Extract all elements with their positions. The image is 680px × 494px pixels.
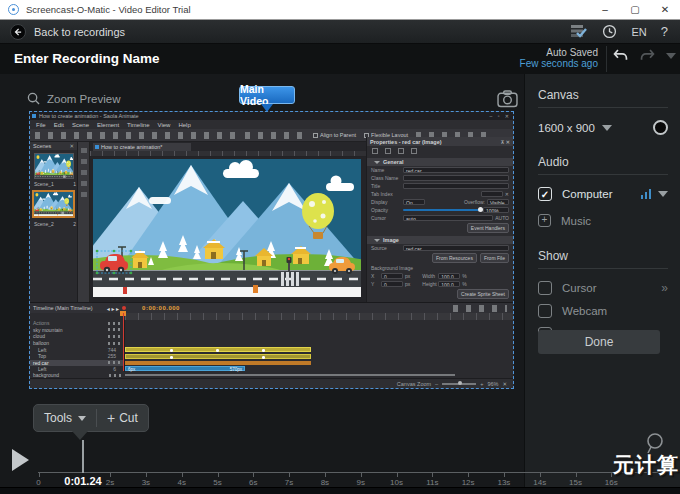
volume-bars-icon[interactable]: [641, 189, 652, 199]
recording-name-field[interactable]: Enter Recording Name: [14, 51, 160, 66]
header-separator: [606, 46, 607, 72]
create-sprite-sheet-button: Create Sprite Sheet: [457, 289, 509, 299]
prop-height-label: Height: [422, 281, 436, 287]
prop-x-label: X: [371, 273, 379, 279]
zoom-preview-label: Zoom Preview: [47, 93, 121, 105]
cut-button[interactable]: Cut: [119, 411, 138, 425]
ruler-tick-label: 14s: [533, 478, 546, 487]
cursor-expand-chevrons[interactable]: »: [661, 281, 668, 295]
keyframe-bar-balloon-left: [125, 347, 311, 352]
webcam-checkbox[interactable]: [538, 304, 552, 318]
prop-class-input: [403, 175, 509, 181]
scene-thumbnail-1: [34, 153, 74, 179]
properties-close-icon: ⊼ ✕: [501, 139, 510, 145]
zoom-preview-control[interactable]: Zoom Preview: [27, 92, 121, 105]
prop-overflow-select: Visible: [487, 199, 509, 205]
canvas-color-swatch[interactable]: [653, 120, 668, 135]
canvas-zoom-value: 96%: [487, 381, 498, 387]
canvas-size-caret-icon[interactable]: [602, 125, 612, 131]
canvas-zoom-slider: [442, 383, 476, 385]
event-handlers-button: Event Handlers: [467, 223, 509, 233]
ruler-tick: [253, 472, 254, 477]
ruler-tick: [289, 472, 290, 477]
tools-caret-icon[interactable]: [78, 416, 86, 421]
balloon-left-value: 744: [108, 347, 116, 353]
add-music-button[interactable]: +: [538, 214, 551, 227]
editor-timeline-panel: Timeline (Main Timeline) ◂ ▸ ▸ 0:00:00.0…: [30, 302, 513, 378]
prop-source-input: red car: [403, 245, 509, 251]
upload-check-icon[interactable]: [570, 24, 588, 39]
autosave-time: Few seconds ago: [520, 58, 598, 69]
tools-dropdown[interactable]: Tools: [44, 411, 72, 425]
computer-audio-caret-icon[interactable]: [658, 191, 668, 197]
document-tab: How to create animation*: [93, 143, 191, 151]
cursor-label[interactable]: Cursor: [562, 282, 597, 294]
cut-plus-icon[interactable]: +: [107, 410, 115, 426]
back-to-recordings-label[interactable]: Back to recordings: [34, 26, 125, 38]
prop-name-input: red car: [403, 167, 509, 173]
ruler-tick-label: 15s: [569, 478, 582, 487]
height-unit: %: [462, 281, 466, 287]
balloon-top-subtrack: Top: [38, 353, 46, 359]
prop-tabindex-label: Tab Index: [371, 191, 401, 197]
timeline-scrubber[interactable]: [38, 472, 676, 473]
keyframe-bar-red-car-left: 6px 570px: [125, 366, 245, 371]
ruler-tick-label: 11s: [426, 478, 438, 487]
prop-y-label: Y: [371, 281, 379, 287]
history-clock-icon[interactable]: [602, 24, 617, 39]
prop-overflow-label: Overflow:: [464, 199, 485, 205]
watermark: 元计算: [613, 451, 679, 479]
undo-menu-caret[interactable]: [666, 53, 676, 59]
background-image-label: Background Image: [371, 265, 431, 271]
current-time-label: 0:01.24: [61, 475, 104, 487]
redo-button[interactable]: [639, 48, 656, 64]
language-selector[interactable]: EN: [631, 26, 646, 38]
back-button[interactable]: [10, 24, 26, 40]
tools-bubble: Tools + Cut: [33, 404, 149, 432]
prop-display-label: Display: [371, 199, 401, 205]
ruler-tick: [325, 472, 326, 477]
ruler-tick-label: 3s: [142, 478, 150, 487]
prop-cursor-input: auto: [403, 215, 493, 221]
playhead[interactable]: [82, 440, 84, 473]
play-button[interactable]: [12, 449, 29, 471]
main-video-preview[interactable]: How to create animation - Saola Animate …: [29, 111, 514, 389]
ruler-tick: [39, 472, 40, 477]
maximize-button[interactable]: ▢: [620, 0, 650, 19]
music-label[interactable]: Music: [561, 215, 591, 227]
prop-y-input: 0: [381, 281, 403, 287]
ruler-tick-label: 12s: [462, 478, 475, 487]
computer-audio-label[interactable]: Computer: [562, 188, 613, 200]
scene-thumbnail-2-selected: [32, 190, 75, 218]
prop-width-input: 100.0: [438, 273, 460, 279]
record-dot-icon: [122, 306, 126, 310]
canvas-size-dropdown[interactable]: 1600 x 900: [538, 122, 595, 134]
prop-opacity-slider: [403, 209, 481, 211]
prop-width-label: Width: [422, 273, 436, 279]
menu-view: View: [158, 122, 171, 128]
toolbar-icons: [245, 132, 305, 139]
editor-window-title: How to create animation - Saola Animate: [39, 113, 139, 119]
screenshot-camera-button[interactable]: [497, 90, 518, 108]
bar-end-label: 570px: [230, 367, 242, 372]
properties-tab-icons: [367, 146, 513, 156]
help-button[interactable]: ?: [661, 24, 668, 39]
ruler-tick: [540, 472, 541, 477]
background-track-bar: [125, 374, 455, 376]
cursor-checkbox[interactable]: [538, 281, 552, 295]
webcam-label[interactable]: Webcam: [562, 305, 607, 317]
section-divider: [538, 107, 668, 108]
done-button[interactable]: Done: [538, 330, 660, 354]
canvas-tabbar: How to create animation*: [90, 142, 366, 151]
settings-sidebar: Canvas 1600 x 900 Audio ✓ Computer + Mus…: [524, 74, 680, 494]
back-arrow-icon: [13, 27, 23, 37]
track-balloon: balloon: [33, 340, 49, 346]
timeline-track-names: Actions sky mountain cloud balloon Left7…: [30, 320, 125, 372]
bar-start-label: 6px: [128, 367, 135, 372]
ruler-tick: [432, 472, 433, 477]
close-button[interactable]: ✕: [650, 0, 680, 19]
minimize-button[interactable]: –: [590, 0, 620, 19]
ruler-tick-label: 5s: [213, 478, 221, 487]
undo-button[interactable]: [612, 48, 629, 64]
computer-audio-checkbox[interactable]: ✓: [538, 187, 552, 201]
